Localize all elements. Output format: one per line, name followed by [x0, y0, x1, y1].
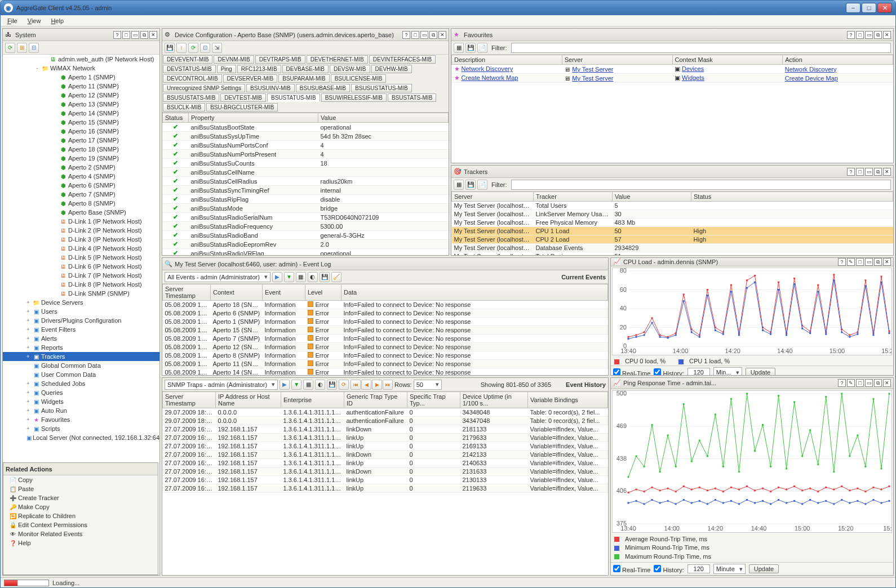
tab-devnm-mib[interactable]: DEVNM-MIB — [214, 55, 254, 64]
rows-combo[interactable]: 50 — [414, 380, 442, 390]
panel-btn[interactable]: □ — [856, 258, 864, 266]
table-row[interactable]: ✔aniBsuStatusNumPortsConf4 — [163, 141, 449, 150]
table-row[interactable]: ✔aniBsuStatusRipFlagdisable — [163, 195, 449, 204]
table-row[interactable]: ✔aniBsuStatusSysUpTime54d 5h 32m 28sec — [163, 132, 449, 141]
table-row[interactable]: 27.07.2009 16:2...192.168.1.1571.3.6.1.4… — [163, 442, 608, 451]
refresh-icon[interactable]: ⟳ — [339, 380, 349, 390]
collapse-icon[interactable]: ⊟ — [29, 43, 39, 53]
snmp-filter-combo[interactable]: SNMP Traps - admin (Administrator) — [165, 380, 278, 390]
table-row[interactable]: 27.07.2009 16:2...192.168.1.1571.3.6.1.4… — [163, 459, 608, 467]
next-icon[interactable]: ▶ — [372, 380, 382, 390]
table-row[interactable]: 27.07.2009 16:1...192.168.1.1571.3.6.1.4… — [163, 476, 608, 484]
tree-node[interactable]: 🖥D-Link 7 (IP Network Host) — [3, 271, 159, 280]
tab-devstatus-mib[interactable]: DEVSTATUS-MIB — [163, 65, 216, 73]
tab-bsu-brgcluster-mib[interactable]: BSU-BRGCLUSTER-MIB — [206, 103, 278, 112]
save-icon[interactable]: 💾 — [465, 180, 476, 190]
maximize-button[interactable]: □ — [862, 3, 876, 13]
help-icon[interactable]: ? — [838, 258, 846, 266]
table-row[interactable]: 05.08.2009 13:...Aperto 6 (SNMP)Informat… — [163, 309, 608, 318]
table-row[interactable]: 05.08.2009 13:...Aperto 7 (SNMP)Informat… — [163, 335, 608, 343]
table-row[interactable]: ✔aniBsuStatusCellRadiusradius20km — [163, 177, 449, 186]
tab-ping[interactable]: Ping — [217, 65, 236, 73]
edit-icon[interactable]: ✎ — [847, 379, 855, 387]
table-row[interactable]: 29.07.2009 18:1...0.0.0.01.3.6.1.4.1.311… — [163, 408, 608, 417]
table-row[interactable]: My Test Server (localhost:646...Database… — [452, 244, 893, 252]
tab-unrecognized snmp settings[interactable]: Unrecognized SNMP Settings — [163, 84, 245, 92]
tab-bsuwirelessif-mib[interactable]: BSUWIRELESSIF-MIB — [321, 93, 387, 102]
tree-node[interactable]: ⬢Aperto 11 (SNMP) — [3, 82, 159, 91]
doc-icon[interactable]: 📄 — [477, 43, 487, 53]
export-icon[interactable]: ⇲ — [212, 43, 222, 53]
col-header[interactable]: Property — [189, 113, 318, 123]
help-icon[interactable]: ? — [847, 168, 855, 176]
tree-node[interactable]: +▣Auto Run — [3, 406, 159, 415]
table-row[interactable]: 05.08.2009 13:...Aperto 14 (SNMP)Informa… — [163, 368, 608, 376]
menu-help[interactable]: Help — [46, 16, 68, 25]
tree-node[interactable]: +▣Scripts — [3, 424, 159, 433]
panel-btn[interactable]: □ — [411, 31, 419, 39]
table-row[interactable]: My Test Server (localhost:646...Total Us… — [452, 202, 893, 210]
col-header[interactable]: IP Address or Host Name — [216, 392, 281, 408]
panel-btn[interactable]: ⧉ — [874, 258, 882, 266]
tree-node[interactable]: ⬢Aperto 2 (SNMP) — [3, 163, 159, 172]
col-header[interactable]: Generic Trap Type ID — [344, 392, 407, 408]
tree-node[interactable]: -📁WiMAX Network — [3, 64, 159, 73]
col-header[interactable]: Action — [783, 55, 893, 65]
col-header[interactable]: Specific Trap Typ... — [407, 392, 460, 408]
tab-devethernet-mib[interactable]: DEVETHERNET-MIB — [307, 55, 368, 64]
tool-icon[interactable]: ▦ — [454, 180, 464, 190]
col-header[interactable]: Device Uptime (in 1/100 s... — [460, 392, 528, 408]
tab-devsw-mib[interactable]: DEVSW-MIB — [330, 65, 370, 73]
table-row[interactable]: ✔aniBsuStatusModebridge — [163, 204, 449, 213]
table-row[interactable]: My Test Server (localhost:646...CPU 1 Lo… — [452, 227, 893, 235]
panel-close-icon[interactable]: ✕ — [883, 168, 891, 176]
panel-btn[interactable]: ⧉ — [140, 31, 148, 39]
update-button[interactable]: Update — [746, 368, 775, 376]
table-row[interactable]: My Test Server (localhost:646...Total De… — [452, 252, 893, 256]
panel-btn[interactable]: ▭ — [865, 168, 873, 176]
table-row[interactable]: ✔aniBsuStatusRadioVRFlagoperational — [163, 249, 449, 256]
tree-node[interactable]: ⬢Aperto Base (SNMP) — [3, 208, 159, 217]
tab-rfc1213-mib[interactable]: RFC1213-MIB — [237, 65, 281, 73]
tab-bsulicense-mib[interactable]: BSULICENSE-MIB — [331, 74, 386, 83]
tab-bsustatus-mib[interactable]: BSUSTATUS-MIB — [267, 93, 320, 102]
panel-btn[interactable]: □ — [856, 31, 864, 39]
tree-node[interactable]: ⬢Aperto 13 (SNMP) — [3, 100, 159, 109]
help-icon[interactable]: ? — [113, 31, 121, 39]
tree-node[interactable]: ⬢Aperto 8 (SNMP) — [3, 199, 159, 208]
save-icon[interactable]: 💾 — [320, 272, 330, 282]
tool-icon[interactable]: ⊡ — [200, 43, 210, 53]
tab-bsusuinv-mib[interactable]: BSUSUINV-MIB — [246, 84, 295, 92]
tree-node[interactable]: 🖥admin.web_auth (IP Network Host) — [3, 55, 159, 64]
table-row[interactable]: 05.08.2009 13:...Aperto 1 (SNMP)Informat… — [163, 318, 608, 326]
expand-icon[interactable]: ⊞ — [17, 43, 27, 53]
last-icon[interactable]: ⏭ — [383, 380, 393, 390]
filter-icon[interactable]: ▼ — [291, 380, 301, 390]
table-row[interactable]: ✔aniBsuStatusCellName — [163, 168, 449, 177]
tab-devbase-mib[interactable]: DEVBASE-MIB — [282, 65, 329, 73]
tree-node[interactable]: +▣Queries — [3, 388, 159, 397]
tree-node[interactable]: ⬢Aperto 18 (SNMP) — [3, 145, 159, 154]
panel-btn[interactable]: ▭ — [865, 379, 873, 387]
tab-devevent-mib[interactable]: DEVEVENT-MIB — [163, 55, 212, 64]
prev-icon[interactable]: ◀ — [361, 380, 371, 390]
tree-node[interactable]: ⬢Aperto 12 (SNMP) — [3, 91, 159, 100]
history-value[interactable] — [687, 564, 710, 573]
filter-icon[interactable]: ▼ — [284, 272, 294, 282]
col-header[interactable]: Data — [341, 284, 608, 301]
table-row[interactable]: ✔aniBsuStatusSyncTimingRefinternal — [163, 186, 449, 195]
tree-node[interactable]: 🖥D-Link 8 (IP Network Host) — [3, 280, 159, 289]
table-row[interactable]: 05.08.2009 13:...Aperto 15 (SNMP)Informa… — [163, 326, 608, 335]
tree-node[interactable]: ▣User Common Data — [3, 370, 159, 379]
tree-node[interactable]: +▣Trackers — [3, 352, 159, 361]
col-header[interactable]: Value — [613, 192, 691, 202]
tree-node[interactable]: +▣Widgets — [3, 397, 159, 406]
tab-devserver-mib[interactable]: DEVSERVER-MIB — [223, 74, 278, 83]
chart-icon[interactable]: ◐ — [315, 380, 325, 390]
help-icon[interactable]: ? — [838, 379, 846, 387]
table-row[interactable]: ✔aniBsuStatusRadioEepromRev2.0 — [163, 240, 449, 249]
action-copy[interactable]: 📄Copy — [3, 475, 158, 484]
col-header[interactable]: Server — [452, 192, 534, 202]
history-checkbox[interactable]: History: — [654, 565, 684, 573]
tab-devcontrol-mib[interactable]: DEVCONTROL-MIB — [163, 74, 222, 83]
